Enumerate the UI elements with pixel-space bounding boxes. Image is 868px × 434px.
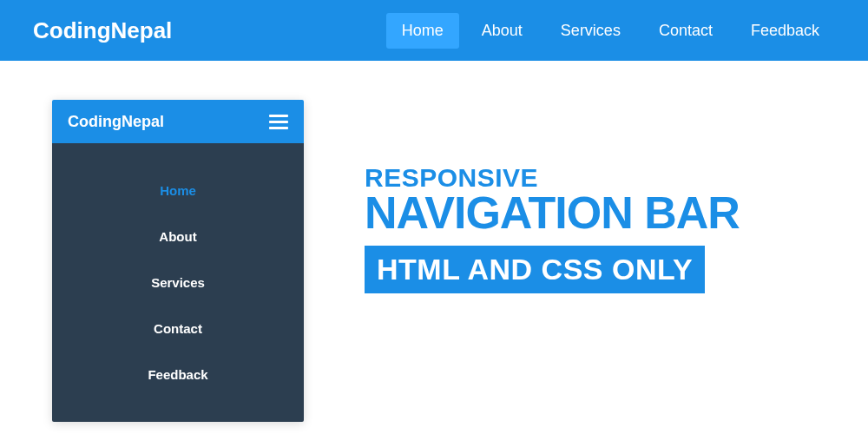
mobile-item-home[interactable]: Home	[52, 168, 304, 214]
brand-logo[interactable]: CodingNepal	[33, 17, 172, 44]
mobile-brand[interactable]: CodingNepal	[68, 113, 164, 131]
nav-links: Home About Services Contact Feedback	[386, 13, 835, 49]
mobile-menu: Home About Services Contact Feedback	[52, 143, 304, 422]
nav-contact[interactable]: Contact	[643, 13, 728, 49]
nav-services[interactable]: Services	[545, 13, 636, 49]
mobile-item-services[interactable]: Services	[52, 260, 304, 306]
mobile-item-feedback[interactable]: Feedback	[52, 352, 304, 398]
headline-badge: HTML AND CSS ONLY	[365, 246, 705, 293]
mobile-header: CodingNepal	[52, 100, 304, 143]
nav-home[interactable]: Home	[386, 13, 459, 49]
headline-title: NAVIGATION BAR	[365, 189, 740, 237]
nav-about[interactable]: About	[466, 13, 538, 49]
top-navigation: CodingNepal Home About Services Contact …	[0, 0, 868, 61]
mobile-preview: CodingNepal Home About Services Contact …	[52, 100, 304, 422]
nav-feedback[interactable]: Feedback	[735, 13, 835, 49]
headline-block: RESPONSIVE NAVIGATION BAR HTML AND CSS O…	[365, 165, 740, 422]
mobile-item-about[interactable]: About	[52, 214, 304, 260]
mobile-item-contact[interactable]: Contact	[52, 306, 304, 352]
content-area: CodingNepal Home About Services Contact …	[0, 61, 868, 422]
hamburger-icon[interactable]	[269, 115, 288, 129]
